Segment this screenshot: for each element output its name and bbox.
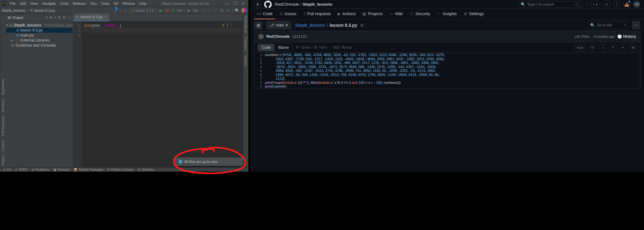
sidebar-sciview-tab[interactable]: SciView (244, 55, 247, 66)
tree-external-libs[interactable]: ▸⬚External Libraries (6, 38, 72, 43)
tab-blame[interactable]: Blame (275, 44, 293, 51)
sidebar-database-tab[interactable]: Database (244, 37, 247, 51)
git-history-icon[interactable]: ⟲ (220, 9, 224, 12)
breadcrumb-repo[interactable]: Stepik_lessons (303, 2, 332, 7)
commit-sha[interactable]: c8c7564 (575, 35, 589, 39)
code-blame-toggle[interactable]: Code Blame (258, 44, 293, 51)
avatar[interactable] (258, 34, 264, 39)
project-panel-title[interactable]: Project (13, 16, 44, 20)
menu-refactor[interactable]: Refactor (71, 1, 88, 6)
crumb-project[interactable]: Stepik_lessons (2, 9, 25, 12)
code-view[interactable]: 1numbers = [4754, -4895, -364, -4764, 46… (254, 53, 640, 89)
nav-actions[interactable]: ▶Actions (335, 9, 358, 19)
git-push-icon[interactable]: ↗ (207, 9, 211, 12)
nav-code[interactable]: <>Code (254, 9, 275, 19)
status-git[interactable]: ⎇Git (2, 168, 11, 171)
stop-icon[interactable]: ■ (187, 9, 191, 12)
history-button[interactable]: 🕑History (617, 34, 636, 39)
download-icon[interactable]: ⤓ (599, 44, 606, 51)
breadcrumb-repo-link[interactable]: Stepik_lessons (295, 23, 325, 28)
raw-button[interactable]: Raw (575, 44, 586, 51)
chevron-up-icon[interactable]: ˄ (230, 23, 232, 27)
go-to-file-input[interactable]: 🔍 Go to file t (587, 21, 628, 29)
menu-file[interactable]: File (8, 1, 18, 6)
menu-navigate[interactable]: Navigate (40, 1, 58, 6)
close-tab-icon[interactable]: × (105, 15, 107, 19)
sidebar-bookmarks-tab[interactable]: Bookmarks (1, 79, 5, 95)
search-input[interactable]: 🔍 Type / to search >_ (518, 1, 584, 8)
inbox-icon[interactable]: 📥 (623, 1, 630, 8)
menu-tools[interactable]: Tools (99, 1, 111, 6)
settings-gear-icon[interactable]: ⚙ (63, 15, 66, 20)
more-actions-button[interactable]: ⋯ (632, 21, 640, 29)
sidebar-pr-tab[interactable]: Pull Requests (1, 117, 5, 136)
tree-file-lesson[interactable]: ⧉lesson 9.3.py (6, 28, 72, 33)
chevron-down-icon[interactable]: ▾ (46, 15, 47, 20)
menu-code[interactable]: Code (58, 1, 70, 6)
sidebar-structure-tab[interactable]: Structure (1, 99, 5, 112)
run-config-selector[interactable]: ▸ lesson 9.3 ▾ (130, 8, 156, 13)
issues-tray-icon[interactable]: ⊙ (603, 1, 610, 8)
branch-select-button[interactable]: ⎇ main ▾ (266, 21, 291, 29)
sidebar-notifications-tab[interactable]: Notifications (244, 16, 247, 33)
status-problems[interactable]: ⊘Problems (32, 168, 49, 171)
add-config-icon[interactable]: 👤+ (114, 9, 118, 12)
close-icon[interactable]: ✕ (240, 1, 247, 6)
status-console[interactable]: ⧉Python Console (108, 168, 133, 172)
sidebar-project-tab[interactable]: Project (1, 156, 5, 165)
github-logo-icon[interactable] (264, 1, 272, 8)
hamburger-icon[interactable]: ≡ (254, 1, 261, 8)
menu-help[interactable]: Help (137, 1, 148, 6)
copy-icon[interactable]: ⧉ (589, 44, 596, 51)
menu-view[interactable]: View (29, 1, 40, 6)
create-new-button[interactable]: + ▾ (591, 1, 600, 8)
nav-issues[interactable]: ⊙Issues (277, 9, 299, 19)
git-update-icon[interactable]: ✓ (201, 9, 205, 12)
editor-tab[interactable]: ⧉ lesson 9.3.py × (73, 14, 109, 21)
file-tree-toggle-icon[interactable]: ▤ (254, 21, 262, 29)
pull-requests-tray-icon[interactable]: ⤴ (613, 1, 620, 8)
nav-pull-requests[interactable]: ⤴Pull requests (301, 9, 333, 19)
crumb-file[interactable]: lesson 9.3.py (35, 9, 55, 12)
nav-settings[interactable]: ⚙Settings (461, 9, 486, 19)
commit-message[interactable]: 1231231 (292, 34, 307, 39)
commit-author[interactable]: RedC0mrade (266, 34, 290, 39)
avatar[interactable] (633, 1, 640, 8)
git-pull-icon[interactable]: ↓ (214, 9, 217, 12)
menu-edit[interactable]: Edit (18, 1, 28, 6)
tree-root[interactable]: ▾🗀 Stepik_lessons D:\Dev\Stepik_lessons (6, 23, 72, 28)
tree-file-main[interactable]: ⧉main.py (6, 33, 72, 38)
nav-wiki[interactable]: ▭Wiki (387, 9, 405, 19)
sidebar-commit-tab[interactable]: Commit (1, 140, 5, 151)
code-editor[interactable]: print(print.__delattr__) (82, 21, 243, 167)
run-icon[interactable]: ▶ (159, 9, 163, 12)
chevron-down-icon[interactable]: ˅ (234, 23, 235, 27)
hide-panel-icon[interactable]: — (68, 15, 71, 20)
copy-path-icon[interactable]: ⧉ (360, 23, 364, 28)
warning-icon[interactable]: ⚠ (222, 23, 225, 27)
ide-settings-icon[interactable] (242, 8, 247, 13)
menu-window[interactable]: Window (121, 1, 137, 6)
maximize-icon[interactable]: ❐ (231, 1, 239, 6)
nav-security[interactable]: 🛡Security (407, 9, 433, 19)
debug-icon[interactable]: 🐞 (165, 9, 169, 12)
status-todo[interactable]: ≡TODO (15, 168, 28, 171)
menu-run[interactable]: Run (89, 1, 99, 6)
menu-git[interactable]: Git (112, 1, 120, 6)
tree-scratches[interactable]: ⧉Scratches and Consoles (6, 43, 72, 48)
nav-projects[interactable]: ▦Projects (360, 9, 385, 19)
coverage-icon[interactable]: ⟳ (171, 9, 175, 12)
collapse-all-icon[interactable]: ≣ (58, 15, 61, 20)
locate-icon[interactable]: ⊕ (49, 15, 52, 20)
profile-icon[interactable]: ⟳▾ (178, 9, 181, 12)
edit-pencil-icon[interactable]: ✎ (609, 44, 617, 51)
chevron-down-icon[interactable]: ▾ (620, 44, 626, 51)
status-packages[interactable]: 📦Python Packages (74, 168, 103, 171)
tab-code[interactable]: Code (258, 44, 275, 51)
minimize-icon[interactable]: — (223, 1, 231, 6)
branch-icon[interactable]: ↙ (124, 9, 127, 12)
symbols-icon[interactable]: ▤ (629, 44, 637, 51)
status-services[interactable]: ⚙Services (138, 168, 154, 171)
status-terminal[interactable]: ▣Terminal (53, 168, 69, 171)
breadcrumb-owner[interactable]: RedC0mrade (275, 2, 299, 7)
